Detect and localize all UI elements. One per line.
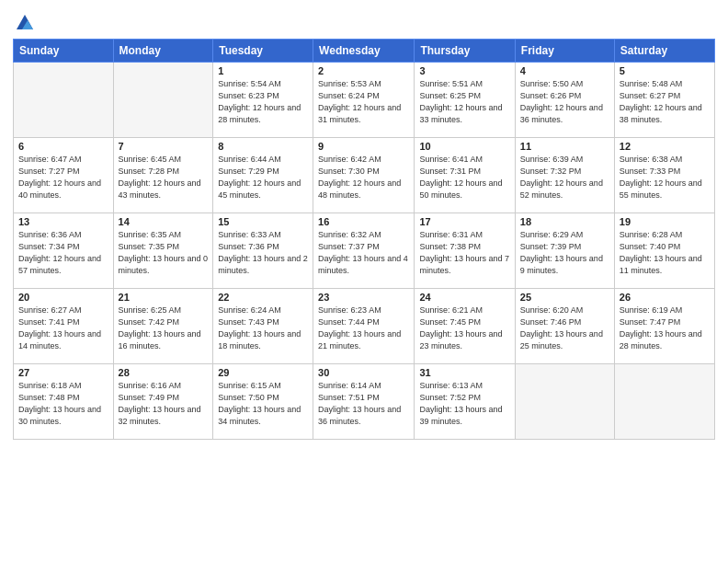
day-number: 29	[218, 367, 308, 378]
calendar-cell: 7Sunrise: 6:45 AMSunset: 7:28 PMDaylight…	[113, 138, 213, 213]
calendar-cell: 4Sunrise: 5:50 AMSunset: 6:26 PMDaylight…	[515, 63, 614, 138]
day-header-tuesday: Tuesday	[213, 40, 313, 63]
calendar-cell: 3Sunrise: 5:51 AMSunset: 6:25 PMDaylight…	[415, 63, 515, 138]
day-info: Sunrise: 6:13 AMSunset: 7:52 PMDaylight:…	[419, 380, 509, 428]
calendar-cell: 1Sunrise: 5:54 AMSunset: 6:23 PMDaylight…	[213, 63, 313, 138]
day-info: Sunrise: 5:51 AMSunset: 6:25 PMDaylight:…	[419, 78, 509, 126]
day-number: 12	[620, 141, 710, 152]
day-number: 31	[419, 367, 509, 378]
calendar-cell: 23Sunrise: 6:23 AMSunset: 7:44 PMDayligh…	[313, 289, 415, 364]
calendar-cell: 17Sunrise: 6:31 AMSunset: 7:38 PMDayligh…	[415, 213, 515, 289]
week-row-4: 20Sunrise: 6:27 AMSunset: 7:41 PMDayligh…	[14, 289, 715, 364]
day-number: 30	[318, 367, 409, 378]
calendar-cell: 30Sunrise: 6:14 AMSunset: 7:51 PMDayligh…	[313, 364, 415, 440]
day-info: Sunrise: 6:35 AMSunset: 7:35 PMDaylight:…	[119, 229, 209, 277]
day-info: Sunrise: 6:41 AMSunset: 7:31 PMDaylight:…	[419, 154, 509, 201]
day-header-wednesday: Wednesday	[313, 40, 415, 63]
day-number: 19	[620, 216, 710, 227]
calendar-cell: 31Sunrise: 6:13 AMSunset: 7:52 PMDayligh…	[415, 364, 515, 440]
day-info: Sunrise: 6:32 AMSunset: 7:37 PMDaylight:…	[318, 229, 409, 277]
day-number: 27	[18, 367, 108, 378]
calendar-table: SundayMondayTuesdayWednesdayThursdayFrid…	[13, 39, 715, 440]
day-info: Sunrise: 6:29 AMSunset: 7:39 PMDaylight:…	[520, 229, 609, 277]
day-info: Sunrise: 6:15 AMSunset: 7:50 PMDaylight:…	[218, 380, 308, 428]
day-info: Sunrise: 6:23 AMSunset: 7:44 PMDaylight:…	[318, 304, 409, 352]
day-info: Sunrise: 5:53 AMSunset: 6:24 PMDaylight:…	[318, 78, 409, 126]
calendar-cell: 29Sunrise: 6:15 AMSunset: 7:50 PMDayligh…	[213, 364, 313, 440]
day-number: 6	[18, 141, 108, 152]
calendar-cell: 28Sunrise: 6:16 AMSunset: 7:49 PMDayligh…	[113, 364, 213, 440]
calendar-cell: 14Sunrise: 6:35 AMSunset: 7:35 PMDayligh…	[113, 213, 213, 289]
week-row-1: 1Sunrise: 5:54 AMSunset: 6:23 PMDaylight…	[14, 63, 715, 138]
day-header-friday: Friday	[515, 40, 614, 63]
day-number: 15	[218, 216, 308, 227]
day-info: Sunrise: 5:54 AMSunset: 6:23 PMDaylight:…	[218, 78, 308, 126]
calendar-cell: 22Sunrise: 6:24 AMSunset: 7:43 PMDayligh…	[213, 289, 313, 364]
calendar-cell: 15Sunrise: 6:33 AMSunset: 7:36 PMDayligh…	[213, 213, 313, 289]
day-number: 17	[419, 216, 509, 227]
calendar-cell: 24Sunrise: 6:21 AMSunset: 7:45 PMDayligh…	[415, 289, 515, 364]
calendar-cell: 21Sunrise: 6:25 AMSunset: 7:42 PMDayligh…	[113, 289, 213, 364]
calendar-cell: 9Sunrise: 6:42 AMSunset: 7:30 PMDaylight…	[313, 138, 415, 213]
day-info: Sunrise: 6:18 AMSunset: 7:48 PMDaylight:…	[18, 380, 108, 428]
calendar-cell	[515, 364, 614, 440]
day-number: 8	[218, 141, 308, 152]
calendar-cell: 6Sunrise: 6:47 AMSunset: 7:27 PMDaylight…	[14, 138, 114, 213]
day-number: 26	[620, 292, 710, 303]
day-info: Sunrise: 6:33 AMSunset: 7:36 PMDaylight:…	[218, 229, 308, 277]
calendar-cell: 8Sunrise: 6:44 AMSunset: 7:29 PMDaylight…	[213, 138, 313, 213]
day-info: Sunrise: 6:38 AMSunset: 7:33 PMDaylight:…	[620, 154, 710, 201]
calendar-cell: 18Sunrise: 6:29 AMSunset: 7:39 PMDayligh…	[515, 213, 614, 289]
calendar-cell	[14, 63, 114, 138]
calendar-cell: 25Sunrise: 6:20 AMSunset: 7:46 PMDayligh…	[515, 289, 614, 364]
day-header-sunday: Sunday	[14, 40, 114, 63]
day-number: 16	[318, 216, 409, 227]
day-number: 11	[520, 141, 609, 152]
day-number: 4	[520, 65, 609, 76]
day-info: Sunrise: 6:14 AMSunset: 7:51 PMDaylight:…	[318, 380, 409, 428]
day-number: 5	[620, 65, 710, 76]
day-info: Sunrise: 6:28 AMSunset: 7:40 PMDaylight:…	[620, 229, 710, 277]
day-info: Sunrise: 6:16 AMSunset: 7:49 PMDaylight:…	[119, 380, 209, 428]
day-number: 28	[119, 367, 209, 378]
day-number: 18	[520, 216, 609, 227]
day-header-thursday: Thursday	[415, 40, 515, 63]
day-info: Sunrise: 5:50 AMSunset: 6:26 PMDaylight:…	[520, 78, 609, 126]
day-info: Sunrise: 6:31 AMSunset: 7:38 PMDaylight:…	[419, 229, 509, 277]
day-number: 20	[18, 292, 108, 303]
day-number: 7	[119, 141, 209, 152]
calendar-cell: 20Sunrise: 6:27 AMSunset: 7:41 PMDayligh…	[14, 289, 114, 364]
calendar-cell: 16Sunrise: 6:32 AMSunset: 7:37 PMDayligh…	[313, 213, 415, 289]
day-number: 21	[119, 292, 209, 303]
day-number: 1	[218, 65, 308, 76]
day-info: Sunrise: 6:21 AMSunset: 7:45 PMDaylight:…	[419, 304, 509, 352]
day-number: 25	[520, 292, 609, 303]
week-row-3: 13Sunrise: 6:36 AMSunset: 7:34 PMDayligh…	[14, 213, 715, 289]
day-number: 2	[318, 65, 409, 76]
logo	[13, 13, 35, 33]
day-number: 24	[419, 292, 509, 303]
calendar-cell	[113, 63, 213, 138]
calendar-cell: 5Sunrise: 5:48 AMSunset: 6:27 PMDaylight…	[614, 63, 714, 138]
day-info: Sunrise: 6:27 AMSunset: 7:41 PMDaylight:…	[18, 304, 108, 352]
day-number: 9	[318, 141, 409, 152]
calendar-cell: 10Sunrise: 6:41 AMSunset: 7:31 PMDayligh…	[415, 138, 515, 213]
day-number: 14	[119, 216, 209, 227]
day-info: Sunrise: 6:42 AMSunset: 7:30 PMDaylight:…	[318, 154, 409, 201]
calendar-cell: 11Sunrise: 6:39 AMSunset: 7:32 PMDayligh…	[515, 138, 614, 213]
day-header-row: SundayMondayTuesdayWednesdayThursdayFrid…	[14, 40, 715, 63]
calendar-cell: 19Sunrise: 6:28 AMSunset: 7:40 PMDayligh…	[614, 213, 714, 289]
day-number: 13	[18, 216, 108, 227]
calendar-cell	[614, 364, 714, 440]
day-number: 3	[419, 65, 509, 76]
day-header-monday: Monday	[113, 40, 213, 63]
day-number: 23	[318, 292, 409, 303]
day-info: Sunrise: 6:20 AMSunset: 7:46 PMDaylight:…	[520, 304, 609, 352]
calendar-cell: 26Sunrise: 6:19 AMSunset: 7:47 PMDayligh…	[614, 289, 714, 364]
day-info: Sunrise: 6:47 AMSunset: 7:27 PMDaylight:…	[18, 154, 108, 201]
day-info: Sunrise: 6:19 AMSunset: 7:47 PMDaylight:…	[620, 304, 710, 352]
week-row-2: 6Sunrise: 6:47 AMSunset: 7:27 PMDaylight…	[14, 138, 715, 213]
day-info: Sunrise: 6:24 AMSunset: 7:43 PMDaylight:…	[218, 304, 308, 352]
day-number: 22	[218, 292, 308, 303]
calendar-cell: 12Sunrise: 6:38 AMSunset: 7:33 PMDayligh…	[614, 138, 714, 213]
